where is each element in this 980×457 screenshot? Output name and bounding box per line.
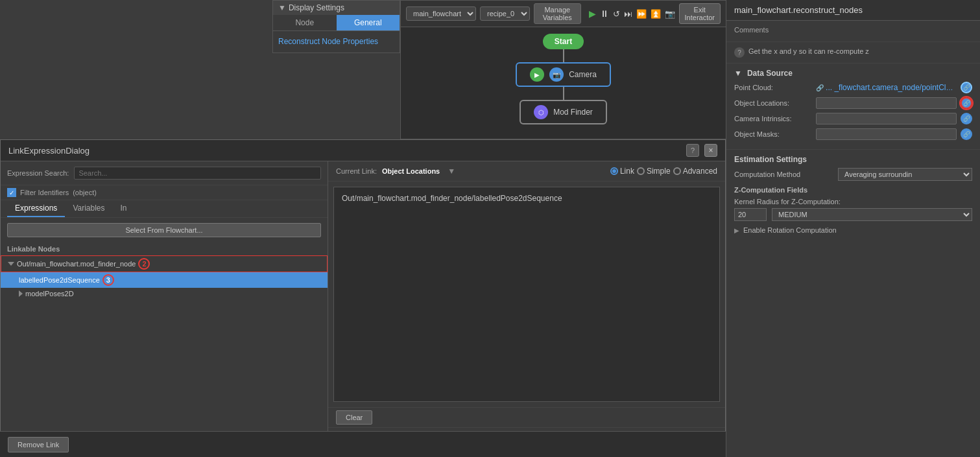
camera-play-button[interactable]: ▶ [530,67,544,82]
camera-intrinsics-link-button[interactable]: 🔗 [961,113,972,124]
advanced-option[interactable]: Advanced [673,167,717,176]
dialog-title: LinkExpressionDialog [8,146,90,156]
select-from-flowchart-button[interactable]: Select From Flowchart... [7,223,321,237]
search-label: Expression Search: [7,169,69,177]
model-poses-expand-icon [19,290,23,297]
nodes-list: Out/main_flowchart.mod_finder_node 2 lab… [1,255,328,456]
data-source-title: ▼ Data Source [734,69,972,78]
refresh-icon[interactable]: ↺ [613,9,620,19]
model-poses-name: modelPoses2D [25,290,74,298]
object-locations-label: Object Locations: [734,99,812,107]
dialog-help-button[interactable]: ? [686,144,699,157]
tab-general[interactable]: General [337,15,400,30]
computation-method-label: Computation Method [734,170,838,178]
display-settings-title: Display Settings [289,3,344,12]
camera-intrinsics-input[interactable] [816,113,957,124]
mod-finder-node[interactable]: ⬡ Mod Finder [520,100,607,124]
dialog-tabs: Expressions Variables In [1,200,328,218]
camera-snap-icon[interactable]: 📷 [665,9,675,19]
manage-variables-button[interactable]: Manage Variables [534,3,581,24]
enable-rotation-label: Enable Rotation Computation [743,226,837,234]
triangle-down-icon: ▼ [734,69,742,78]
advanced-option-label: Advanced [683,167,717,176]
search-input[interactable] [74,167,321,180]
link-radio-filled [610,167,618,175]
options-separator: ▼ [448,167,455,176]
remove-link-button[interactable]: Remove Link [8,437,69,452]
camera-intrinsics-label: Camera Intrinsics: [734,115,812,123]
linkable-nodes-label: Linkable Nodes [1,242,328,255]
reconstruct-node-properties-link[interactable]: Reconstruct Node Properties [278,37,378,46]
info-section: ? Get the x and y so it can re-compute z [726,42,980,64]
flow-arrow-2 [563,87,564,100]
computation-method-row: Computation Method Averaging surroundin [734,168,972,181]
display-settings-tabs: Node General [273,15,400,31]
point-cloud-value: 🔗 ... _flowchart.camera_node/pointCloud [816,83,957,92]
data-source-section: ▼ Data Source Point Cloud: 🔗 ... _flowch… [726,64,980,150]
flow-arrow-1 [563,49,564,62]
simple-option[interactable]: Simple [637,167,671,176]
estimation-title: Estimation Settings [734,155,972,164]
bottom-bar: Remove Link [0,431,726,457]
step-to-icon[interactable]: ⏭ [624,9,632,19]
object-masks-label: Object Masks: [734,130,812,138]
link-option[interactable]: Link [610,167,634,176]
camera-node[interactable]: ▶ 📷 Camera [516,62,611,87]
current-link-label: Current Link: [336,167,377,175]
model-poses-child-row[interactable]: modelPoses2D [1,288,328,299]
simple-option-label: Simple [647,167,671,176]
filter-value: (object) [73,189,97,196]
exit-interactor-button[interactable]: Exit Interactor [679,3,721,24]
link-expression-dialog: LinkExpressionDialog ? × Expression Sear… [0,139,726,457]
advanced-radio [673,167,681,175]
tab-expressions[interactable]: Expressions [7,200,65,217]
kernel-select[interactable]: MEDIUM [772,208,972,221]
point-cloud-label: Point Cloud: [734,84,812,91]
labelled-pose-child-row[interactable]: labelledPose2dSequence 3 [1,272,328,288]
object-locations-link-button[interactable]: 🔗 [961,97,972,109]
link-option-label: Link [620,167,634,176]
flowchart-area: main_flowchart recipe_0 Manage Variables… [400,0,726,139]
dialog-left-panel: Expression Search: ✓ Filter Identifiers … [1,161,328,456]
enable-rotation-row: ▶ Enable Rotation Computation [734,226,972,234]
play-icon[interactable]: ▶ [589,8,596,19]
search-row: Expression Search: [1,161,328,185]
zcomp-title: Z-Computation Fields [734,186,972,194]
parent-node-row[interactable]: Out/main_flowchart.mod_finder_node 2 [1,255,328,272]
clear-row: Clear [328,407,725,427]
parent-node-name: Out/main_flowchart.mod_finder_node [17,260,136,268]
flowchart-dropdown-2[interactable]: recipe_0 [480,6,530,21]
object-locations-input[interactable] [816,97,957,109]
labelled-pose-name: labelledPose2dSequence [19,276,100,284]
dialog-header: LinkExpressionDialog ? × [1,140,725,161]
comments-label: Comments [734,26,972,34]
forward-icon[interactable]: ⏫ [651,9,661,19]
camera-intrinsics-row: Camera Intrinsics: 🔗 [734,113,972,124]
computation-method-select[interactable]: Averaging surroundin [838,168,972,181]
filter-checkbox[interactable]: ✓ [7,188,16,197]
tab-in[interactable]: In [113,200,135,217]
dialog-close-button[interactable]: × [704,144,717,157]
flowchart-canvas: Start ▶ 📷 Camera ⬡ Mod Finder [401,27,726,134]
tab-node[interactable]: Node [273,15,337,30]
flowchart-dropdown-1[interactable]: main_flowchart [406,6,476,21]
fast-forward-icon[interactable]: ⏩ [636,9,647,19]
kernel-value-input[interactable] [734,208,767,221]
object-masks-link-button[interactable]: 🔗 [961,128,972,140]
right-panel: main_flowchart.reconstruct_nodes Comment… [726,0,980,457]
point-cloud-row: Point Cloud: 🔗 ... _flowchart.camera_nod… [734,82,972,93]
object-masks-row: Object Masks: 🔗 [734,128,972,140]
step-3-badge: 3 [102,274,114,286]
mod-finder-label: Mod Finder [553,108,593,117]
step-2-badge: 2 [138,258,150,270]
tab-variables[interactable]: Variables [65,200,112,217]
flowchart-toolbar: main_flowchart recipe_0 Manage Variables… [401,1,726,27]
info-icon-button[interactable]: ? [734,47,745,58]
mod-finder-icon: ⬡ [534,105,548,119]
pause-icon[interactable]: ⏸ [600,8,609,19]
estimation-section: Estimation Settings Computation Method A… [726,150,980,239]
object-masks-input[interactable] [816,128,957,140]
clear-button[interactable]: Clear [336,410,372,425]
point-cloud-link-button[interactable]: 🔗 [961,82,972,93]
start-node[interactable]: Start [543,34,584,49]
